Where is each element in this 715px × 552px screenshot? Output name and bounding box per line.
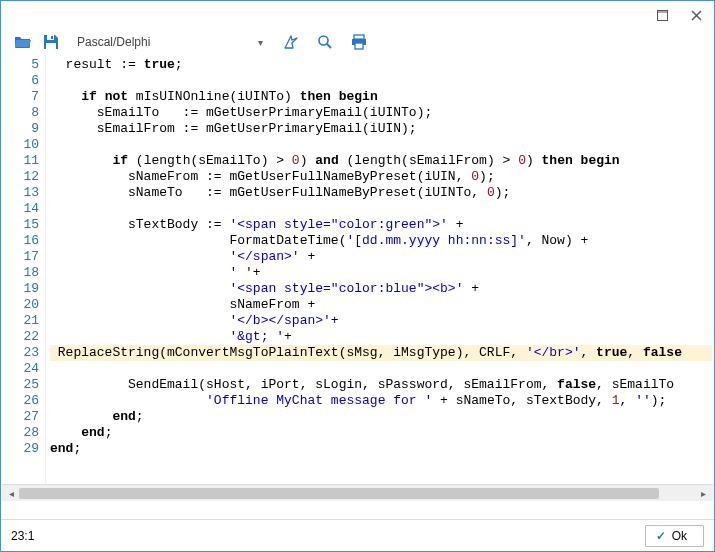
code-line[interactable] bbox=[50, 201, 713, 217]
code-line[interactable]: sTextBody := '<span style="color:green">… bbox=[50, 217, 713, 233]
line-number-gutter: 5678910111213141516171819202122232425262… bbox=[2, 55, 46, 484]
search-icon[interactable] bbox=[315, 32, 335, 52]
line-number: 15 bbox=[2, 217, 39, 233]
line-number: 5 bbox=[2, 57, 39, 73]
status-bar: 23:1 ✓ Ok bbox=[1, 519, 714, 551]
toolbar: Pascal/Delphi ▾ bbox=[1, 29, 714, 55]
run-icon[interactable] bbox=[281, 32, 301, 52]
code-line[interactable]: '<span style="color:blue"><b>' + bbox=[50, 281, 713, 297]
scrollbar-thumb[interactable] bbox=[19, 488, 659, 499]
code-line[interactable]: sNameFrom := mGetUserFullNameByPreset(iU… bbox=[50, 169, 713, 185]
code-line[interactable]: if not mIsUINOnline(iUINTo) then begin bbox=[50, 89, 713, 105]
code-area[interactable]: result := true; if not mIsUINOnline(iUIN… bbox=[46, 55, 713, 484]
code-line[interactable]: sEmailTo := mGetUserPrimaryEmail(iUINTo)… bbox=[50, 105, 713, 121]
check-icon: ✓ bbox=[656, 529, 666, 543]
svg-rect-6 bbox=[51, 36, 53, 39]
line-number: 14 bbox=[2, 201, 39, 217]
line-number: 20 bbox=[2, 297, 39, 313]
save-icon[interactable] bbox=[41, 32, 61, 52]
line-number: 6 bbox=[2, 73, 39, 89]
line-number: 13 bbox=[2, 185, 39, 201]
print-icon[interactable] bbox=[349, 32, 369, 52]
code-line[interactable]: end; bbox=[50, 441, 713, 457]
code-line[interactable]: sNameTo := mGetUserFullNameByPreset(iUIN… bbox=[50, 185, 713, 201]
horizontal-scrollbar[interactable]: ◂ ▸ bbox=[2, 484, 713, 501]
close-icon[interactable] bbox=[686, 5, 706, 25]
code-line[interactable]: sNameFrom + bbox=[50, 297, 713, 313]
code-line[interactable] bbox=[50, 137, 713, 153]
line-number: 19 bbox=[2, 281, 39, 297]
svg-line-8 bbox=[327, 44, 331, 48]
scroll-left-icon[interactable]: ◂ bbox=[4, 486, 19, 501]
line-number: 8 bbox=[2, 105, 39, 121]
line-number: 27 bbox=[2, 409, 39, 425]
code-line[interactable]: end; bbox=[50, 409, 713, 425]
line-number: 24 bbox=[2, 361, 39, 377]
line-number: 21 bbox=[2, 313, 39, 329]
line-number: 26 bbox=[2, 393, 39, 409]
cursor-position: 23:1 bbox=[11, 529, 34, 543]
code-line[interactable]: 'Offline MyChat message for ' + sNameTo,… bbox=[50, 393, 713, 409]
svg-rect-11 bbox=[355, 43, 363, 49]
code-line[interactable]: result := true; bbox=[50, 57, 713, 73]
chevron-down-icon: ▾ bbox=[258, 37, 263, 48]
ok-button[interactable]: ✓ Ok bbox=[645, 525, 704, 547]
line-number: 29 bbox=[2, 441, 39, 457]
line-number: 16 bbox=[2, 233, 39, 249]
code-editor[interactable]: 5678910111213141516171819202122232425262… bbox=[2, 55, 713, 484]
line-number: 18 bbox=[2, 265, 39, 281]
editor-container: 5678910111213141516171819202122232425262… bbox=[2, 55, 713, 501]
code-line[interactable]: FormatDateTime('[dd.mm.yyyy hh:nn:ss]', … bbox=[50, 233, 713, 249]
line-number: 25 bbox=[2, 377, 39, 393]
svg-rect-9 bbox=[354, 35, 364, 39]
code-line[interactable]: '</b></span>'+ bbox=[50, 313, 713, 329]
line-number: 17 bbox=[2, 249, 39, 265]
svg-point-7 bbox=[319, 36, 328, 45]
line-number: 23 bbox=[2, 345, 39, 361]
code-line[interactable]: end; bbox=[50, 425, 713, 441]
code-line[interactable]: '</span>' + bbox=[50, 249, 713, 265]
scrollbar-track[interactable] bbox=[19, 486, 696, 501]
code-line[interactable] bbox=[50, 73, 713, 89]
scroll-right-icon[interactable]: ▸ bbox=[696, 486, 711, 501]
code-line[interactable] bbox=[50, 361, 713, 377]
svg-rect-5 bbox=[46, 43, 56, 49]
line-number: 22 bbox=[2, 329, 39, 345]
window-titlebar bbox=[1, 1, 714, 29]
code-line[interactable]: sEmailFrom := mGetUserPrimaryEmail(iUIN)… bbox=[50, 121, 713, 137]
line-number: 10 bbox=[2, 137, 39, 153]
line-number: 28 bbox=[2, 425, 39, 441]
line-number: 9 bbox=[2, 121, 39, 137]
code-line[interactable]: if (length(sEmailTo) > 0) and (length(sE… bbox=[50, 153, 713, 169]
language-label: Pascal/Delphi bbox=[77, 35, 150, 49]
line-number: 7 bbox=[2, 89, 39, 105]
code-line[interactable]: ' '+ bbox=[50, 265, 713, 281]
language-selector[interactable]: Pascal/Delphi ▾ bbox=[77, 35, 267, 49]
ok-button-label: Ok bbox=[672, 529, 687, 543]
code-line[interactable]: '&gt; '+ bbox=[50, 329, 713, 345]
code-line[interactable]: SendEmail(sHost, iPort, sLogin, sPasswor… bbox=[50, 377, 713, 393]
code-line[interactable]: ReplaceString(mConvertMsgToPlainText(sMs… bbox=[50, 345, 713, 361]
line-number: 12 bbox=[2, 169, 39, 185]
line-number: 11 bbox=[2, 153, 39, 169]
maximize-icon[interactable] bbox=[652, 5, 672, 25]
folder-open-icon[interactable] bbox=[13, 32, 33, 52]
